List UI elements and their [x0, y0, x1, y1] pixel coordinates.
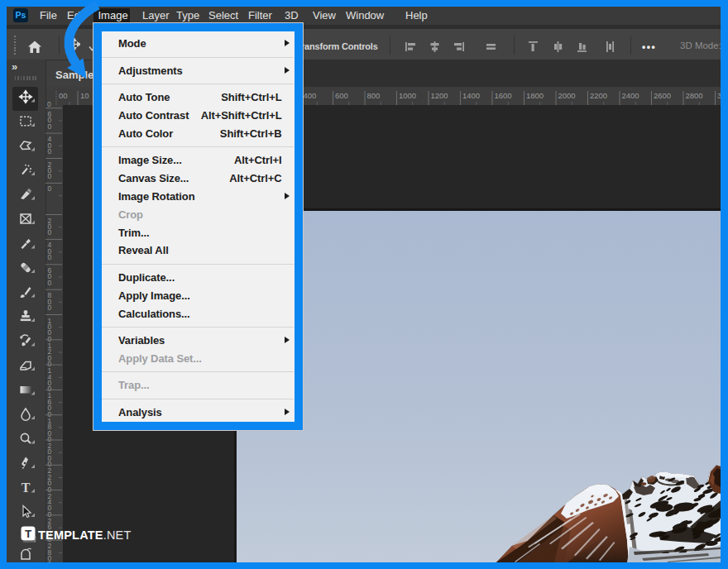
- svg-text:00: 00: [59, 91, 68, 100]
- svg-text:0: 0: [47, 147, 51, 155]
- svg-text:T: T: [25, 528, 32, 540]
- svg-text:2800: 2800: [686, 91, 703, 100]
- svg-text:0: 0: [47, 228, 51, 237]
- svg-text:0: 0: [47, 184, 51, 193]
- svg-text:2200: 2200: [590, 91, 607, 100]
- svg-text:0: 0: [47, 279, 51, 287]
- svg-text:2600: 2600: [654, 91, 671, 100]
- svg-text:0: 0: [47, 304, 51, 312]
- svg-text:1000: 1000: [399, 91, 416, 100]
- svg-text:600: 600: [335, 91, 348, 100]
- svg-text:1600: 1600: [495, 91, 512, 100]
- svg-text:0: 0: [47, 122, 51, 131]
- svg-text:10: 10: [80, 91, 89, 100]
- svg-text:1200: 1200: [431, 91, 448, 100]
- svg-text:3000: 3000: [717, 91, 721, 100]
- svg-text:0: 0: [47, 172, 51, 180]
- svg-text:0: 0: [47, 253, 51, 261]
- svg-text:2000: 2000: [558, 91, 576, 100]
- svg-text:1400: 1400: [462, 91, 480, 100]
- svg-text:T: T: [22, 481, 31, 495]
- svg-text:400: 400: [304, 91, 317, 100]
- svg-text:1800: 1800: [526, 91, 544, 100]
- svg-text:800: 800: [367, 91, 381, 100]
- svg-text:2400: 2400: [622, 91, 639, 100]
- svg-text:0: 0: [47, 560, 51, 562]
